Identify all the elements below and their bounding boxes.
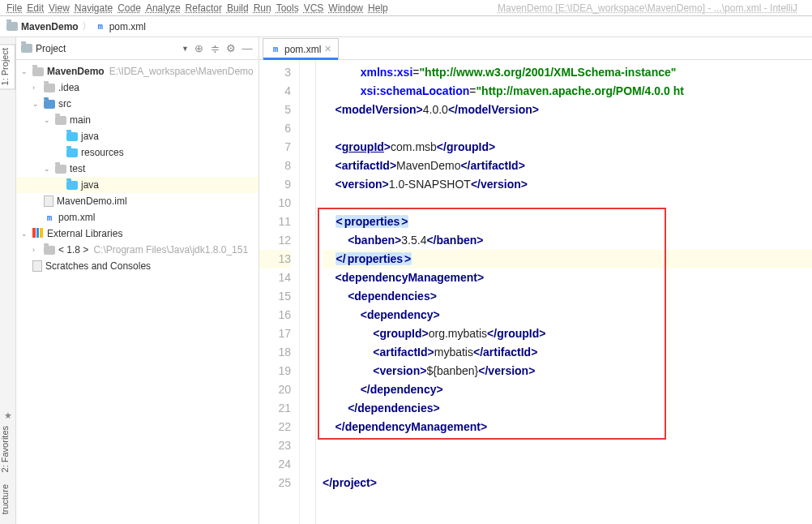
folder-icon [32, 67, 44, 76]
dropdown-arrow-icon[interactable]: ▼ [182, 45, 189, 53]
menu-help[interactable]: Help [368, 2, 388, 14]
menu-file[interactable]: File [6, 2, 22, 14]
menu-build[interactable]: Build [227, 2, 249, 14]
tree-row[interactable]: ›< 1.8 > C:\Program Files\Java\jdk1.8.0_… [16, 242, 259, 258]
folder-icon [66, 148, 78, 157]
code-line[interactable] [323, 119, 812, 138]
tree-row[interactable]: ⌄src [16, 96, 259, 112]
code-content[interactable]: xmlns:xsi="http://www.w3.org/2001/XMLSch… [316, 60, 812, 524]
tree-row[interactable]: mpom.xml [16, 209, 259, 225]
hide-icon[interactable]: — [241, 42, 254, 55]
tree-row[interactable]: ⌄test [16, 161, 259, 177]
favorites-star-icon: ★ [0, 410, 15, 421]
tree-row[interactable]: MavenDemo.iml [16, 193, 259, 209]
chevron-icon[interactable]: ⌄ [44, 165, 52, 173]
locate-icon[interactable]: ⊕ [192, 42, 205, 55]
line-number: 4 [259, 82, 291, 101]
line-number: 14 [259, 268, 291, 287]
line-number: 22 [259, 418, 291, 436]
menu-run[interactable]: Run [254, 2, 271, 14]
tree-label: test [70, 163, 85, 174]
menu-analyze[interactable]: Analyze [146, 2, 181, 14]
library-icon [32, 228, 44, 239]
menu-window[interactable]: Window [328, 2, 363, 14]
menu-vcs[interactable]: VCS [304, 2, 324, 14]
tree-path: E:\IDEA_workspace\MavenDemo [109, 66, 254, 77]
code-area[interactable]: 345678910111213141516171819202122232425 … [259, 60, 812, 524]
chevron-icon[interactable]: › [32, 84, 41, 92]
project-panel: Project ▼ ⊕ ≑ ⚙ — ⌄MavenDemo E:\IDEA_wor… [16, 37, 259, 524]
chevron-icon[interactable]: › [32, 246, 41, 254]
editor-tab-pom[interactable]: m pom.xml ✕ [263, 38, 339, 59]
project-panel-header: Project ▼ ⊕ ≑ ⚙ — [16, 37, 259, 60]
maven-icon: m [270, 44, 281, 55]
line-number: 17 [259, 324, 291, 343]
line-number: 13 [259, 250, 291, 268]
tree-path: C:\Program Files\Java\jdk1.8.0_151 [93, 244, 248, 256]
line-number: 3 [259, 63, 291, 82]
editor-tab-label: pom.xml [284, 44, 321, 55]
tree-label: External Libraries [47, 228, 122, 239]
menu-tools[interactable]: Tools [276, 2, 299, 14]
tree-label: < 1.8 > [58, 244, 88, 256]
side-tab-structure[interactable]: tructure [0, 481, 10, 518]
side-tab-favorites[interactable]: 2: Favorites [0, 423, 10, 475]
code-line[interactable]: <version>1.0-SNAPSHOT</version> [323, 175, 812, 194]
line-number: 24 [259, 455, 291, 474]
breadcrumb-project[interactable]: MavenDemo [21, 21, 79, 32]
collapse-icon[interactable]: ≑ [208, 42, 221, 55]
gear-icon[interactable]: ⚙ [224, 42, 237, 55]
code-line[interactable]: <groupId>com.msb</groupId> [323, 138, 812, 157]
menu-view[interactable]: View [49, 2, 70, 14]
tree-row[interactable]: java [16, 128, 259, 144]
folder-icon [44, 84, 55, 92]
tree-row[interactable]: Scratches and Consoles [16, 258, 259, 274]
line-number: 23 [259, 436, 291, 455]
project-panel-title[interactable]: Project [36, 43, 177, 54]
breadcrumb-file[interactable]: pom.xml [109, 21, 146, 32]
line-number: 6 [259, 119, 291, 138]
line-number: 7 [259, 138, 291, 157]
line-number: 10 [259, 194, 291, 213]
tree-label: Scratches and Consoles [45, 260, 151, 272]
code-line[interactable]: xmlns:xsi="http://www.w3.org/2001/XMLSch… [323, 63, 812, 82]
line-number: 25 [259, 474, 291, 492]
chevron-icon[interactable]: ⌄ [32, 100, 41, 108]
breadcrumb: MavenDemo 〉 m pom.xml [0, 16, 812, 37]
editor: m pom.xml ✕ 3456789101112131415161718192… [259, 37, 812, 524]
project-tree[interactable]: ⌄MavenDemo E:\IDEA_workspace\MavenDemo›.… [16, 60, 259, 524]
chevron-icon[interactable]: ⌄ [44, 116, 52, 124]
folder-icon [44, 246, 55, 255]
line-number: 11 [259, 213, 291, 231]
folder-icon [21, 44, 32, 53]
close-icon[interactable]: ✕ [324, 44, 331, 54]
menu-edit[interactable]: Edit [27, 2, 44, 14]
menu-bar: File Edit View Navigate Code Analyze Ref… [0, 0, 812, 16]
line-number: 16 [259, 306, 291, 324]
tree-row[interactable]: ›.idea [16, 79, 259, 96]
code-line[interactable] [323, 455, 812, 474]
maven-icon: m [44, 212, 55, 223]
code-line[interactable]: xsi:schemaLocation="http://maven.apache.… [323, 82, 812, 101]
side-tab-project[interactable]: 1: Project [0, 44, 15, 89]
tree-row[interactable]: ⌄External Libraries [16, 225, 259, 242]
chevron-icon[interactable]: ⌄ [21, 67, 29, 75]
tree-row[interactable]: resources [16, 144, 259, 161]
code-line[interactable]: <modelVersion>4.0.0</modelVersion> [323, 101, 812, 119]
tree-row[interactable]: ⌄MavenDemo E:\IDEA_workspace\MavenDemo [16, 63, 259, 79]
folder-icon [66, 181, 78, 190]
file-icon [32, 260, 42, 272]
folder-icon [55, 165, 66, 174]
tree-row[interactable]: ⌄main [16, 112, 259, 128]
breadcrumb-sep: 〉 [82, 19, 92, 33]
code-line[interactable]: </project> [323, 474, 812, 492]
menu-refactor[interactable]: Refactor [186, 2, 222, 14]
menu-navigate[interactable]: Navigate [75, 2, 113, 14]
code-line[interactable]: <artifactId>MavenDemo</artifactId> [323, 157, 812, 175]
line-number: 12 [259, 231, 291, 250]
line-number: 15 [259, 287, 291, 306]
indent-guide [300, 60, 316, 524]
tree-row[interactable]: java [16, 177, 259, 193]
menu-code[interactable]: Code [118, 2, 141, 14]
chevron-icon[interactable]: ⌄ [21, 230, 29, 238]
